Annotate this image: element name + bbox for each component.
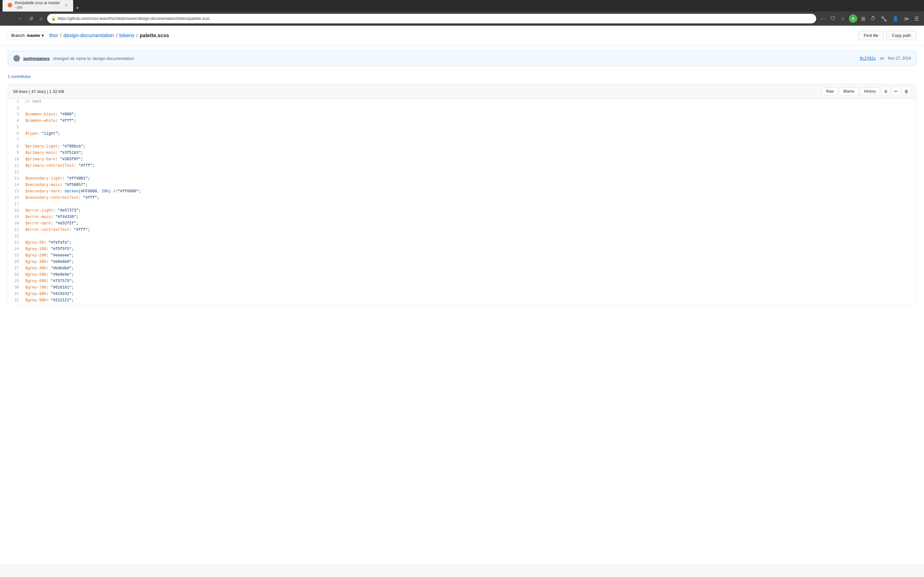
blame-button[interactable]: Blame [839, 87, 859, 95]
line-code: $error-main: "#f44336"; [24, 214, 916, 221]
line-number: 16 [8, 195, 24, 201]
folder2-link[interactable]: tokens [120, 33, 134, 39]
line-number: 9 [8, 150, 24, 156]
line-number: 23 [8, 240, 24, 246]
navigation-bar: ← → ↺ ⌂ 🔒 https://github.com/cross-team/… [0, 11, 924, 26]
commit-hash-link[interactable]: 9c2f02c [860, 56, 876, 61]
copy-path-button[interactable]: Copy path [887, 31, 916, 40]
line-number: 27 [8, 266, 24, 272]
line-code: $grey-100: "#f5f5f5"; [24, 246, 916, 253]
active-tab[interactable]: thor/palette.scss at master · cro ✕ [3, 0, 73, 11]
extensions-toolbar-icon[interactable]: ⊞ [860, 15, 867, 23]
lines-label: lines ( [19, 89, 30, 94]
delete-icon-button[interactable]: 🗑 [902, 87, 911, 96]
line-code: $error-contrastText: "#fff"; [24, 227, 916, 234]
sloc-count: 47 [31, 89, 36, 94]
commit-bar: jas0nmjames changed dir name to 'design-… [8, 51, 916, 66]
settings-icon[interactable]: 🔧 [879, 15, 888, 23]
commit-author-link[interactable]: jas0nmjames [23, 56, 50, 61]
folder1-link[interactable]: design-documentation [63, 33, 114, 39]
line-number: 13 [8, 176, 24, 182]
sep2: / [116, 33, 117, 39]
star-icon[interactable]: ☆ [839, 15, 846, 23]
shield-icon[interactable]: 🛡 [829, 15, 837, 23]
line-code: $primary-contrastText: "#fff"; [24, 163, 916, 169]
address-bar[interactable]: 🔒 https://github.com/cross-team/thor/blo… [47, 14, 816, 23]
line-number: 25 [8, 253, 24, 259]
line-number: 18 [8, 208, 24, 214]
refresh-button[interactable]: ↺ [27, 15, 35, 23]
contributor-label: contributor [11, 74, 31, 79]
line-code: // test [24, 99, 916, 105]
line-code: $grey-800: "#424242"; [24, 291, 916, 298]
line-number: 20 [8, 221, 24, 227]
find-file-button[interactable]: Find file [858, 31, 884, 40]
table-row: 10$primary-dark: "#303f9f"; [8, 156, 916, 163]
raw-button[interactable]: Raw [822, 87, 838, 95]
forward-button[interactable]: → [15, 15, 24, 23]
user-avatar[interactable]: A [849, 15, 857, 23]
history-button[interactable]: History [860, 87, 880, 95]
table-row: 27$grey-400: "#bdbdbd"; [8, 266, 916, 272]
extensions-icon[interactable]: ⋯ [819, 15, 827, 23]
line-code: $common-white: "#fff"; [24, 118, 916, 124]
table-row: 24$grey-100: "#f5f5f5"; [8, 246, 916, 253]
commit-info-right: 9c2f02c on Nov 27, 2019 [860, 56, 911, 61]
table-row: 11$primary-contrastText: "#fff"; [8, 163, 916, 169]
file-viewer: 58 lines ( 47 sloc) | 1.32 KB Raw Blame … [8, 84, 916, 304]
table-row: 15$secondary-dark: darken(#FF6600, 20%) … [8, 189, 916, 195]
line-number: 19 [8, 214, 24, 221]
menu-icon[interactable]: ☰ [913, 15, 920, 23]
line-code [24, 124, 916, 131]
repo-link[interactable]: thor [49, 33, 58, 39]
table-row: 20$error-dark: "#d32f2f"; [8, 221, 916, 227]
tab-favicon [8, 3, 12, 7]
line-number: 22 [8, 234, 24, 240]
back-button[interactable]: ← [4, 15, 13, 23]
history-icon[interactable]: ⏱ [869, 15, 877, 23]
new-tab-button[interactable]: + [76, 5, 79, 11]
line-code: $grey-300: "#e0e0e0"; [24, 259, 916, 266]
table-row: 14$secondary-main: "#f50057"; [8, 182, 916, 189]
contributor-link[interactable]: 1 contributor [8, 74, 31, 79]
table-row: 30$grey-700: "#616161"; [8, 285, 916, 291]
file-path-header: Branch: master ▾ thor / design-documenta… [0, 26, 924, 45]
line-code: $grey-500: "#9e9e9e"; [24, 272, 916, 278]
commit-message: changed dir name to 'design-documentatio… [53, 56, 135, 61]
url-text: https://github.com/cross-team/thor/blob/… [58, 16, 210, 21]
profile-icon[interactable]: 👤 [891, 15, 900, 23]
table-row: 32$grey-900: "#212121"; [8, 298, 916, 304]
more-icon[interactable]: ≫ [903, 15, 911, 23]
table-row: 1// test [8, 99, 916, 105]
line-code [24, 234, 916, 240]
table-row: 26$grey-300: "#e0e0e0"; [8, 259, 916, 266]
line-code: $grey-400: "#bdbdbd"; [24, 266, 916, 272]
line-code [24, 201, 916, 208]
line-number: 2 [8, 105, 24, 111]
commit-info-left: jas0nmjames changed dir name to 'design-… [13, 55, 135, 62]
file-view-actions: Raw Blame History 🖥 ✏ 🗑 [822, 87, 911, 96]
line-number: 21 [8, 227, 24, 234]
line-code: $error-dark: "#d32f2f"; [24, 221, 916, 227]
tab-close-button[interactable]: ✕ [65, 3, 68, 8]
line-code [24, 169, 916, 176]
line-number: 17 [8, 201, 24, 208]
sloc-label: sloc) [37, 89, 46, 94]
line-code: $common-black: "#000"; [24, 111, 916, 118]
commit-date-prefix: on [880, 56, 884, 61]
line-code: $primary-light: "#7986cb"; [24, 143, 916, 150]
home-button[interactable]: ⌂ [37, 15, 45, 23]
branch-selector[interactable]: Branch: master ▾ [8, 31, 47, 39]
edit-icon-button[interactable]: ✏ [892, 87, 901, 96]
line-number: 29 [8, 278, 24, 285]
table-row: 25$grey-200: "#eeeeee"; [8, 253, 916, 259]
table-row: 13$secondary-light: "#ff4081"; [8, 176, 916, 182]
line-number: 26 [8, 259, 24, 266]
desktop-icon-button[interactable]: 🖥 [881, 87, 890, 96]
table-row: 28$grey-500: "#9e9e9e"; [8, 272, 916, 278]
sep3: / [136, 33, 137, 39]
line-number: 24 [8, 246, 24, 253]
table-row: 18$error-light: "#e57373"; [8, 208, 916, 214]
table-row: 12 [8, 169, 916, 176]
table-row: 17 [8, 201, 916, 208]
